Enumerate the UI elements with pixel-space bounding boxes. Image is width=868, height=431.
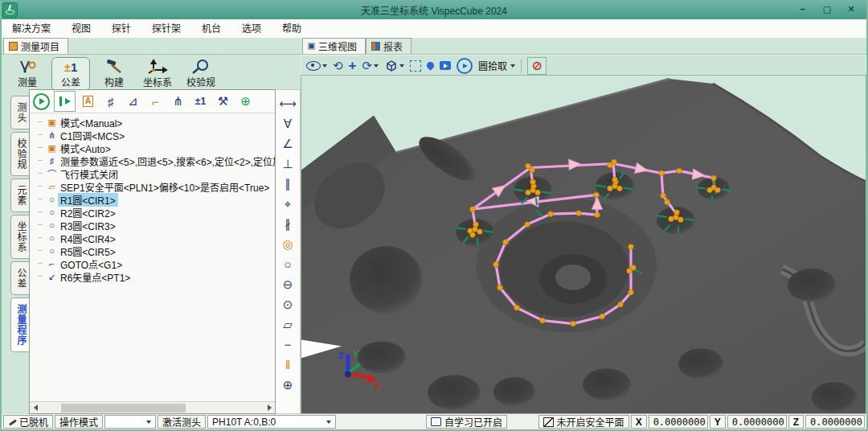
ribbon-toolbar: 测量 ±1 公差 构建 坐标系	[2, 55, 301, 92]
circle-icon: ○	[46, 207, 58, 217]
true-position-icon[interactable]: ⊕	[283, 375, 293, 395]
tree-row[interactable]: ┄▣模式<Auto>	[35, 142, 275, 154]
3d-viewport[interactable]: Z Y X	[301, 75, 866, 414]
no-safety-plane-icon	[543, 417, 554, 427]
tolerance-toolbar: ⟷ ∀ ∠ ⊥ ∥ ⌖ ∦ ◎ ○ ⊖ ⊙ ▱ − ‖ ⊕	[276, 89, 301, 414]
side-tab-probe[interactable]: 测头	[10, 96, 29, 129]
distance-tolerance-icon[interactable]: ⟷	[279, 93, 297, 113]
runout-icon[interactable]: ⊖	[283, 274, 293, 294]
goto-button[interactable]: ⌐	[145, 92, 166, 111]
view-panel: 三维视图 报表 ⟲ + ⟳ 圆拾取 ⊘	[301, 38, 866, 414]
measure-params-button[interactable]: ♯	[100, 92, 121, 111]
circle-icon: ○	[46, 233, 58, 243]
chevron-down-icon	[146, 421, 151, 424]
maximize-button[interactable]: ▢	[817, 3, 837, 16]
roundness-icon[interactable]: ○	[284, 254, 291, 274]
menu-options[interactable]: 选项	[231, 20, 272, 38]
symmetry-icon[interactable]: ‖	[285, 355, 290, 375]
menu-probe-rack[interactable]: 探针架	[141, 20, 191, 38]
ribbon-gauge-button[interactable]: 校验规	[182, 57, 220, 91]
tree-row[interactable]: ┄♯测量参数逼近<5>,回退<5>,搜索<6>,定位<2>,定位加<2>,测量	[35, 154, 275, 167]
parallelism-icon[interactable]: ∥	[285, 174, 291, 194]
tree-row[interactable]: ┄○R3圆<CIR3>	[35, 219, 275, 232]
mode-icon: ▣	[46, 143, 58, 154]
menu-machine[interactable]: 机台	[191, 20, 231, 38]
concentricity-icon[interactable]: ◎	[282, 234, 293, 254]
coord-y-label: Y	[710, 415, 726, 429]
side-tab-tolerance[interactable]: 公差	[10, 261, 29, 295]
part-body	[301, 79, 866, 413]
angle-between-icon[interactable]: ∀	[284, 113, 292, 133]
tree-row[interactable]: ┄↙R6矢量点<PT1>	[35, 270, 275, 283]
probe-disabled-button[interactable]: ⊘	[527, 57, 547, 75]
probe-target-button[interactable]: ⊕	[235, 92, 256, 111]
perpendicularity-icon[interactable]: ⊥	[282, 154, 293, 174]
angle-icon[interactable]: ∠	[282, 133, 293, 154]
tree-row[interactable]: ┄○R4圆<CIR4>	[35, 232, 275, 244]
menu-help[interactable]: 帮助	[272, 20, 312, 38]
tab-measure-project[interactable]: 测量项目	[3, 38, 68, 54]
play-view-button[interactable]	[457, 58, 473, 74]
tolerance-button[interactable]: ±1	[190, 92, 211, 111]
operation-mode-select[interactable]	[104, 415, 156, 429]
active-probe-select[interactable]: PH10T A:0,B:0	[207, 415, 336, 429]
measure-button[interactable]: ⊿	[123, 92, 143, 111]
mode-icon: ▣	[46, 117, 58, 128]
scroll-left-arrow[interactable]	[30, 403, 41, 413]
auto-label-button[interactable]: A	[78, 92, 98, 111]
orbit-view-button[interactable]: ⟳	[362, 59, 379, 73]
tree-row[interactable]: ┄⌐GOTO点<G1>	[35, 257, 275, 270]
tree-row[interactable]: ┄⋔C1回调<MCS>	[35, 129, 275, 142]
step-run-button[interactable]	[54, 91, 76, 112]
total-runout-icon[interactable]: ⊙	[283, 294, 293, 314]
locate-button[interactable]	[427, 62, 434, 69]
menu-probe[interactable]: 探针	[101, 20, 141, 38]
3d-view-icon	[308, 43, 315, 50]
side-tab-measure-program[interactable]: 测量程序	[10, 298, 29, 352]
ribbon-measure-button[interactable]: 测量	[8, 57, 47, 91]
pan-view-button[interactable]: +	[349, 58, 357, 74]
tree-row[interactable]: ┄○R5圆<CIR5>	[35, 244, 275, 257]
cube-view-button[interactable]	[384, 60, 404, 72]
position-icon[interactable]: ⌖	[285, 194, 291, 214]
tree-row[interactable]: ┄⌒飞行模式关闭	[35, 167, 275, 180]
simulate-screen-button[interactable]	[440, 61, 451, 70]
ribbon-coordinate-button[interactable]: 坐标系	[138, 57, 177, 91]
zoom-fit-button[interactable]	[410, 60, 421, 72]
tree-row-selected[interactable]: ┄○R1圆<CIR1>	[35, 193, 275, 206]
ribbon-build-button[interactable]: 构建	[95, 57, 133, 91]
status-bar: 已脱机 操作模式 激活测头 PH10T A:0,B:0 自学习已开启 未开启安全…	[2, 414, 866, 429]
left-side-tabs: 测头 校验规 元素 坐标系 公差 测量程序	[2, 89, 29, 414]
run-program-button[interactable]	[31, 92, 51, 111]
tree-row[interactable]: ┄▣模式<Manual>	[35, 116, 275, 129]
tree-row[interactable]: ┄○R2圆<CIR2>	[35, 206, 275, 219]
self-learning-status: 自学习已开启	[426, 415, 507, 429]
minimize-button[interactable]: –	[792, 3, 813, 16]
side-tab-element[interactable]: 元素	[10, 179, 29, 212]
close-button[interactable]: ✕	[841, 3, 862, 16]
tree-horizontal-scrollbar[interactable]	[30, 401, 275, 413]
side-tab-coordinate[interactable]: 坐标系	[10, 215, 29, 259]
straightness-icon[interactable]: −	[285, 335, 292, 355]
scroll-right-arrow[interactable]	[264, 403, 275, 413]
safety-plane-icon: ▱	[46, 182, 58, 192]
tree-row[interactable]: ┄▱SEP1安全平面<PLN1>偏移<10>是否启用<True>	[35, 180, 275, 193]
menu-solution[interactable]: 解决方案	[2, 20, 61, 38]
visibility-button[interactable]	[306, 61, 327, 71]
rotate-view-button[interactable]: ⟲	[333, 59, 343, 73]
coord-x-value: 0.0000000	[649, 415, 708, 429]
offline-status: 已脱机	[3, 415, 53, 429]
ribbon-tolerance-button[interactable]: ±1 公差	[51, 57, 90, 91]
inclination-icon[interactable]: ∦	[285, 214, 291, 234]
coordinate-button[interactable]: ⋔	[168, 92, 188, 111]
3d-scene: Z Y X	[301, 76, 866, 413]
tab-3d-view[interactable]: 三维视图	[302, 38, 366, 54]
menu-view[interactable]: 视图	[61, 20, 101, 38]
scrollbar-thumb[interactable]	[61, 404, 186, 413]
build-button[interactable]: ⚒	[213, 92, 233, 111]
circle-icon: ○	[46, 246, 58, 256]
circle-pick-dropdown[interactable]: 圆拾取	[478, 59, 515, 72]
flatness-icon[interactable]: ▱	[283, 314, 293, 335]
side-tab-gauge[interactable]: 校验规	[10, 132, 29, 176]
tab-report[interactable]: 报表	[366, 38, 411, 54]
